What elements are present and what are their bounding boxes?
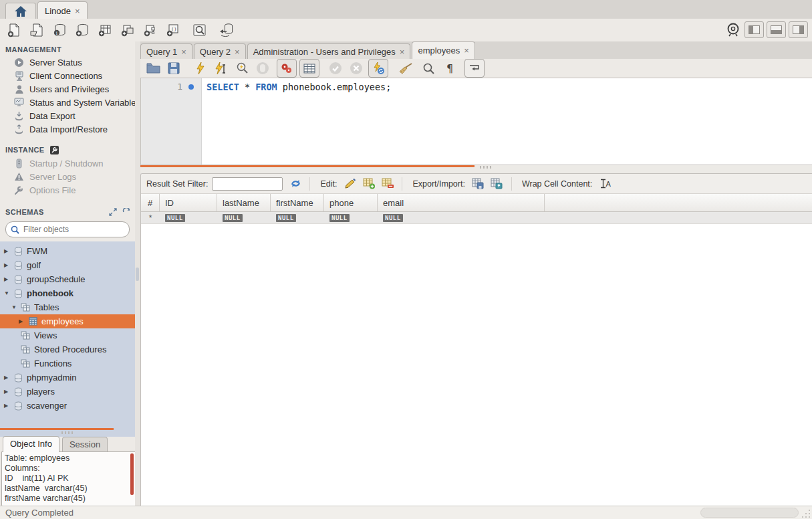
show-special-chars-button[interactable]: ¶ bbox=[442, 60, 458, 76]
tab-query-2[interactable]: Query 2× bbox=[194, 43, 246, 59]
chevron-right-icon[interactable]: ▶ bbox=[4, 375, 13, 381]
schema-filter-input[interactable] bbox=[22, 224, 118, 235]
beautify-sql-button[interactable] bbox=[398, 60, 414, 76]
tab-administration[interactable]: Administration - Users and Privileges× bbox=[247, 43, 411, 59]
tree-item-schema-scavenger[interactable]: ▶ scavenger bbox=[0, 399, 135, 413]
chevron-down-icon[interactable]: ▼ bbox=[11, 304, 20, 310]
tree-item-schema-players[interactable]: ▶ players bbox=[0, 385, 135, 399]
tab-object-info[interactable]: Object Info bbox=[3, 436, 59, 452]
column-header-lastname[interactable]: lastName bbox=[217, 194, 271, 211]
inspect-database-button[interactable]: i bbox=[51, 21, 68, 39]
chevron-right-icon[interactable]: ▶ bbox=[4, 389, 13, 395]
create-procedure-button[interactable] bbox=[142, 21, 159, 39]
tree-item-tables[interactable]: ▼ Tables bbox=[0, 300, 135, 314]
toggle-bottom-panel-button[interactable] bbox=[767, 21, 786, 38]
import-recordset-button[interactable] bbox=[490, 177, 505, 191]
create-function-button[interactable]: () bbox=[164, 21, 182, 39]
column-header-id[interactable]: ID bbox=[160, 194, 217, 211]
toggle-right-panel-button[interactable] bbox=[789, 21, 808, 38]
panel-splitter-vertical[interactable] bbox=[135, 41, 140, 506]
null-badge[interactable]: NULL bbox=[165, 214, 185, 222]
create-table-button[interactable] bbox=[96, 21, 114, 39]
reconnect-database-button[interactable] bbox=[218, 21, 235, 39]
find-button[interactable] bbox=[420, 60, 436, 76]
save-button[interactable] bbox=[166, 60, 182, 76]
toggle-stop-on-error-button[interactable] bbox=[277, 59, 297, 78]
splitter-grip[interactable] bbox=[480, 166, 492, 169]
tree-item-schema-golf[interactable]: ▶ golf bbox=[0, 258, 135, 272]
sidebar-item-options-file[interactable]: Options File bbox=[0, 183, 135, 197]
limit-rows-button[interactable] bbox=[299, 59, 319, 78]
close-icon[interactable]: × bbox=[235, 47, 240, 57]
sql-code-line[interactable]: SELECT * FROM phonebook.employees; bbox=[207, 82, 391, 92]
close-icon[interactable]: × bbox=[400, 47, 405, 57]
new-sql-editor-button[interactable] bbox=[5, 21, 23, 39]
create-schema-button[interactable] bbox=[74, 21, 91, 39]
chevron-right-icon[interactable]: ▶ bbox=[4, 248, 13, 254]
export-recordset-button[interactable] bbox=[471, 177, 486, 191]
tree-item-schema-groupschedule[interactable]: ▶ groupSchedule bbox=[0, 272, 135, 286]
execute-button[interactable] bbox=[192, 60, 209, 76]
sql-editor[interactable]: 1 SELECT * FROM phonebook.employees; bbox=[140, 78, 812, 165]
expand-schemas-icon[interactable] bbox=[108, 207, 118, 217]
tree-item-stored-procedures[interactable]: Stored Procedures bbox=[0, 342, 135, 356]
sidebar-splitter-grip[interactable] bbox=[61, 431, 75, 434]
sidebar-item-data-import[interactable]: Data Import/Restore bbox=[0, 122, 135, 136]
null-badge[interactable]: NULL bbox=[329, 214, 350, 222]
sidebar-item-client-connections[interactable]: Client Connections bbox=[0, 69, 135, 82]
sidebar-item-startup-shutdown[interactable]: Startup / Shutdown bbox=[0, 157, 135, 170]
null-badge[interactable]: NULL bbox=[223, 214, 243, 222]
commit-button[interactable] bbox=[327, 60, 344, 76]
wrap-cell-content-button[interactable]: A bbox=[598, 177, 613, 191]
null-badge[interactable]: NULL bbox=[276, 214, 296, 222]
tree-item-table-employees[interactable]: ▶ employees bbox=[0, 314, 135, 328]
sidebar-item-server-status[interactable]: Server Status bbox=[0, 56, 135, 69]
delete-row-button[interactable] bbox=[380, 177, 395, 191]
tree-scrollbar-thumb[interactable] bbox=[136, 268, 139, 281]
toggle-left-panel-button[interactable] bbox=[745, 21, 764, 38]
close-icon[interactable]: × bbox=[181, 47, 186, 57]
close-icon[interactable]: × bbox=[75, 6, 80, 16]
sidebar-item-system-variables[interactable]: Status and System Variables bbox=[0, 96, 135, 109]
search-objects-button[interactable] bbox=[191, 21, 209, 39]
editor-result-splitter[interactable] bbox=[140, 165, 812, 173]
sidebar-item-server-logs[interactable]: Server Logs bbox=[0, 170, 135, 183]
column-header-phone[interactable]: phone bbox=[324, 194, 378, 211]
tree-item-functions[interactable]: Functions bbox=[0, 356, 135, 371]
chevron-right-icon[interactable]: ▶ bbox=[4, 403, 13, 409]
sidebar-splitter[interactable] bbox=[0, 428, 114, 430]
rollback-button[interactable] bbox=[348, 60, 364, 76]
insert-row-button[interactable] bbox=[362, 177, 376, 191]
toggle-autocommit-button[interactable] bbox=[368, 59, 388, 78]
home-tab[interactable] bbox=[5, 3, 36, 19]
execute-current-statement-button[interactable] bbox=[213, 60, 229, 76]
horizontal-scrollbar-thumb[interactable] bbox=[700, 508, 799, 518]
explain-plan-button[interactable] bbox=[234, 60, 250, 76]
object-info-scrollbar[interactable] bbox=[130, 453, 134, 495]
column-header-firstname[interactable]: firstName bbox=[271, 194, 324, 211]
performance-dashboard-icon[interactable] bbox=[724, 21, 742, 38]
wrap-text-button[interactable] bbox=[464, 59, 485, 78]
column-header-index[interactable]: # bbox=[141, 194, 160, 211]
stop-query-button[interactable] bbox=[255, 60, 271, 76]
tree-item-schema-phpmyadmin[interactable]: ▶ phpmyadmin bbox=[0, 371, 135, 385]
sidebar-item-data-export[interactable]: Data Export bbox=[0, 109, 135, 122]
chevron-right-icon[interactable]: ▶ bbox=[19, 318, 27, 324]
resize-grip[interactable] bbox=[801, 509, 811, 518]
tree-item-schema-phonebook[interactable]: ▼ phonebook bbox=[0, 286, 135, 300]
tree-item-views[interactable]: Views bbox=[0, 328, 135, 342]
tree-item-schema-fwm[interactable]: ▶ FWM bbox=[0, 244, 135, 258]
tab-query-1[interactable]: Query 1× bbox=[140, 43, 192, 59]
chevron-right-icon[interactable]: ▶ bbox=[4, 262, 13, 268]
tab-employees[interactable]: employees× bbox=[412, 41, 475, 59]
tab-session[interactable]: Session bbox=[62, 437, 108, 452]
open-file-button[interactable] bbox=[145, 60, 161, 76]
result-filter-input[interactable] bbox=[212, 177, 283, 191]
chevron-right-icon[interactable]: ▶ bbox=[4, 276, 13, 282]
column-header-email[interactable]: email bbox=[378, 194, 545, 211]
null-badge[interactable]: NULL bbox=[383, 214, 403, 222]
connection-tab[interactable]: Linode × bbox=[37, 1, 88, 19]
create-view-button[interactable] bbox=[119, 21, 136, 39]
refresh-results-button[interactable] bbox=[288, 177, 303, 191]
edit-record-button[interactable] bbox=[343, 177, 358, 191]
